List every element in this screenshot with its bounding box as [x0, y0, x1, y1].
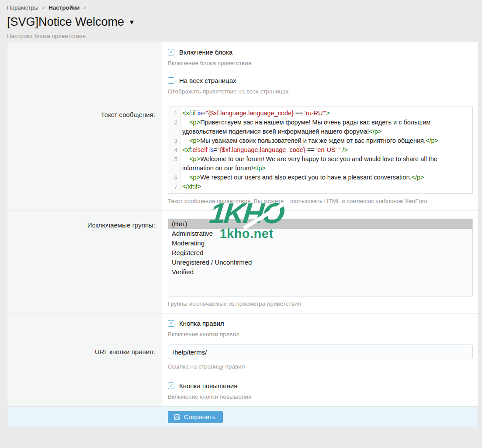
- page-header: Параметры > Настройки > [SVG]Notice Welc…: [0, 0, 482, 42]
- message-text-code-editor[interactable]: 1<xf:if is="{$xf.language.language_code}…: [168, 107, 473, 194]
- label-cell-empty: [7, 314, 162, 340]
- code-line-number: 1: [168, 109, 180, 118]
- section-enable: Включение блока Включение блока приветст…: [7, 42, 478, 101]
- excluded-groups-option[interactable]: Administrative: [168, 229, 472, 238]
- all-pages-checkbox[interactable]: [168, 77, 174, 84]
- excluded-groups-hint: Группы исключаемые из просмотра приветст…: [168, 300, 473, 307]
- rules-url-hint: Ссылка на страницу правил: [168, 363, 473, 370]
- excluded-groups-list[interactable]: (Нет)AdministrativeModeratingRegisteredU…: [168, 218, 473, 296]
- code-line: 5 <p>Welcome to our forum! We are very h…: [168, 155, 472, 173]
- breadcrumb-item-parameters[interactable]: Параметры: [7, 4, 38, 11]
- code-line-number: 7: [168, 182, 180, 191]
- label-cell-empty: [7, 42, 162, 101]
- option-row-all-pages: На всех страницах Отображать приветствие…: [168, 77, 473, 95]
- rules-url-input[interactable]: [168, 345, 473, 359]
- rules-button-hint: Включение кнопки правил: [168, 331, 473, 338]
- code-line: 3 <p>Мы уважаем своих пользователей и та…: [168, 136, 472, 145]
- code-line: 6 <p>We respect our users and also expec…: [168, 173, 472, 182]
- breadcrumb-separator-icon: >: [42, 5, 45, 11]
- excluded-groups-label: Исключаемые группы:: [7, 211, 162, 313]
- breadcrumb-item-settings[interactable]: Настройки: [49, 4, 80, 11]
- all-pages-label[interactable]: На всех страницах: [179, 77, 236, 84]
- excluded-groups-option[interactable]: Unregistered / Unconfirmed: [168, 258, 472, 267]
- page-title: [SVG]Notice Welcome: [7, 15, 124, 29]
- code-line-number: 6: [168, 173, 180, 182]
- label-cell-empty: [7, 376, 162, 406]
- code-line-number: 4: [168, 145, 180, 155]
- code-line: 1<xf:if is="{$xf.language.language_code}…: [168, 109, 472, 118]
- code-line-number: 2: [168, 118, 180, 136]
- excluded-groups-option[interactable]: (Нет): [168, 219, 472, 229]
- code-lines: 1<xf:if is="{$xf.language.language_code}…: [168, 109, 472, 191]
- enable-block-checkbox[interactable]: [168, 49, 174, 55]
- save-button-label: Сохранить: [184, 414, 215, 420]
- page-subtitle: Настроки блока приветствия: [7, 33, 475, 39]
- code-line: 2 <p>Приветствуем вас на нашем форуме! М…: [168, 118, 472, 136]
- options-panel: Включение блока Включение блока приветст…: [7, 42, 479, 406]
- rules-button-checkbox[interactable]: [168, 320, 174, 327]
- title-menu-caret-icon[interactable]: ▼: [128, 18, 135, 26]
- code-line: 4<xf:elseif is="{$xf.language.language_c…: [168, 145, 472, 155]
- all-pages-hint: Отображать приветствие на всех страницах: [168, 88, 473, 95]
- breadcrumb-separator-icon: >: [83, 5, 86, 11]
- promote-button-checkbox[interactable]: [168, 383, 174, 389]
- rules-url-label: URL кнопки правил:: [7, 340, 162, 376]
- excluded-groups-option[interactable]: Verified: [168, 267, 472, 277]
- section-rules: Кнопка правил Включение кнопки правил UR…: [7, 313, 478, 376]
- code-line-number: 5: [168, 155, 180, 173]
- message-text-hint: Текст сообщения приветствия. Вы можете и…: [168, 198, 473, 204]
- enable-block-hint: Включение блока приветствия: [168, 60, 473, 66]
- option-row-promote-button: Кнопка повышения Включение кнопки повыше…: [168, 382, 473, 400]
- save-icon: [174, 414, 180, 420]
- excluded-groups-option[interactable]: Registered: [168, 248, 472, 258]
- message-text-label: Текст сообщения:: [7, 101, 162, 210]
- rules-button-label[interactable]: Кнопка правил: [179, 320, 224, 327]
- promote-button-hint: Включение кнопки повышения: [168, 393, 473, 400]
- excluded-groups-option[interactable]: Moderating: [168, 238, 472, 248]
- option-row-enable-block: Включение блока Включение блока приветст…: [168, 48, 473, 66]
- breadcrumb: Параметры > Настройки >: [7, 4, 475, 11]
- save-button[interactable]: Сохранить: [168, 411, 223, 423]
- section-excluded-groups: Исключаемые группы: (Нет)AdministrativeM…: [7, 210, 478, 313]
- promote-button-label[interactable]: Кнопка повышения: [179, 382, 237, 389]
- code-line: 7</xf:if>: [168, 182, 472, 191]
- section-message-text: Текст сообщения: 1<xf:if is="{$xf.langua…: [7, 101, 478, 210]
- option-row-rules-button: Кнопка правил Включение кнопки правил: [168, 320, 473, 338]
- section-promote: Кнопка повышения Включение кнопки повыше…: [7, 376, 478, 406]
- enable-block-label[interactable]: Включение блока: [179, 48, 232, 56]
- form-footer: Сохранить: [7, 406, 479, 427]
- code-line-number: 3: [168, 136, 180, 145]
